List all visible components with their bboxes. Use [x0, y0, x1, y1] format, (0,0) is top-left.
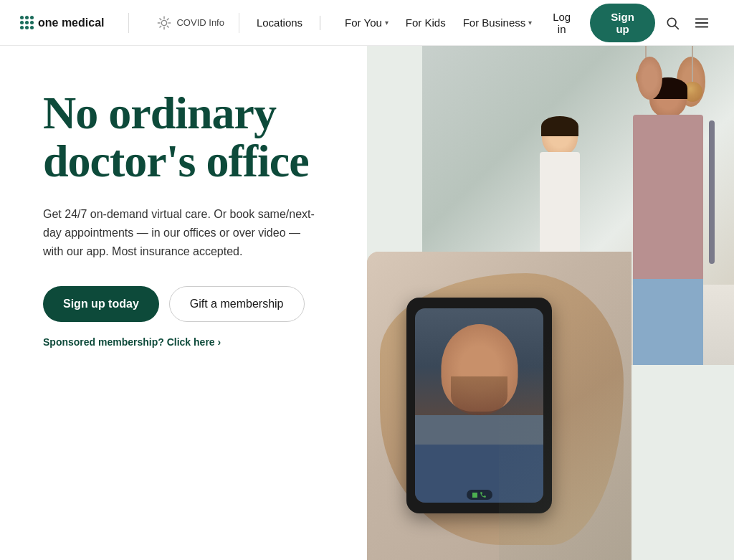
covid-label: COVID Info	[176, 17, 224, 28]
svg-line-7	[160, 25, 162, 27]
search-icon	[665, 16, 680, 30]
phone-icon	[480, 491, 487, 498]
logo-link[interactable]: one medical	[20, 16, 104, 29]
logo-text: one medical	[38, 16, 104, 29]
phone-photo-container	[367, 252, 631, 560]
svg-line-6	[167, 25, 169, 27]
gift-membership-button[interactable]: Gift a membership	[169, 286, 305, 322]
hero-right-panel	[367, 46, 734, 560]
search-button[interactable]	[661, 11, 684, 34]
hero-left-panel: No ordinary doctor's office Get 24/7 on-…	[0, 46, 367, 560]
svg-point-0	[162, 20, 167, 25]
site-header: one medical COVID Info Locations For You…	[0, 0, 734, 46]
nav-for-kids[interactable]: For Kids	[399, 12, 453, 33]
main-nav: Locations For You ▾ For Kids For Busines…	[257, 12, 539, 33]
svg-line-5	[160, 18, 162, 20]
signup-button[interactable]: Sign up	[590, 4, 655, 42]
nav-locations[interactable]: Locations	[257, 16, 302, 29]
svg-line-10	[675, 25, 679, 29]
sponsored-membership-link[interactable]: Sponsored membership? Click here ›	[43, 336, 331, 348]
nav-for-business[interactable]: For Business ▾	[456, 12, 540, 33]
lamp-decoration-1	[636, 46, 656, 87]
hero-subtitle: Get 24/7 on-demand virtual care. Or book…	[43, 205, 315, 260]
signup-today-button[interactable]: Sign up today	[43, 286, 159, 322]
main-content: No ordinary doctor's office Get 24/7 on-…	[0, 46, 734, 560]
nav-for-you[interactable]: For You ▾	[338, 12, 396, 33]
covid-icon	[156, 15, 172, 31]
header-actions: Log in Sign up	[539, 4, 714, 42]
svg-line-8	[167, 18, 169, 20]
hamburger-icon	[694, 15, 710, 31]
logo-area[interactable]: one medical COVID Info	[20, 13, 224, 33]
header-divider	[128, 13, 129, 33]
login-button[interactable]: Log in	[539, 5, 584, 41]
chevron-down-icon: ▾	[385, 19, 389, 27]
chevron-down-icon: ▾	[528, 19, 532, 27]
nav-divider-2	[320, 16, 320, 30]
logo-icon	[20, 16, 34, 29]
hero-title: No ordinary doctor's office	[43, 89, 331, 185]
call-indicator	[467, 490, 492, 500]
covid-info-link[interactable]: COVID Info	[156, 15, 224, 31]
phone-photo	[367, 252, 631, 560]
cta-buttons: Sign up today Gift a membership	[43, 286, 331, 322]
visitor-person	[618, 77, 718, 364]
menu-button[interactable]	[690, 11, 714, 35]
nav-divider	[239, 13, 239, 33]
